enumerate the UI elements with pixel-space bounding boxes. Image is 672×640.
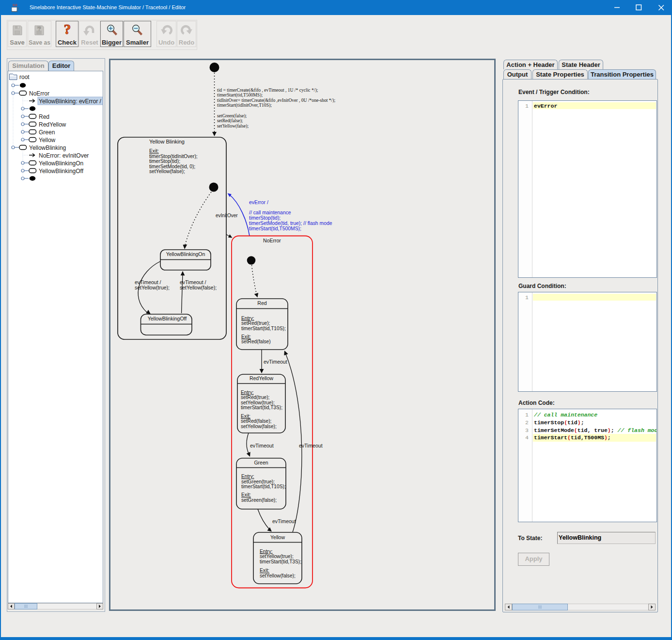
svg-text:setGreen(true);: setGreen(true); [241,479,275,484]
svg-text:evTimeout: evTimeout [272,518,296,524]
svg-text:Exit:: Exit: [241,334,251,339]
svg-text:RedYellow: RedYellow [39,121,66,128]
svg-text:evInitOver: evInitOver [216,213,238,218]
svg-text:setYellow(false);: setYellow(false); [149,169,185,174]
svg-text:evError /: evError / [249,200,268,205]
svg-text:setGreen(false);: setGreen(false); [241,497,277,503]
svg-text:setYellow(false);: setYellow(false); [260,573,296,578]
svg-text:Yellow: Yellow [270,534,285,540]
svg-text:timerSetMode(tid, 0);: timerSetMode(tid, 0); [149,164,195,169]
svg-text:setYellow(true);: setYellow(true); [241,400,275,405]
svg-text:?: ? [37,26,41,32]
svg-text:NoError: NoError [29,90,49,97]
svg-text:Entry:: Entry: [241,316,254,321]
svg-text:setRed(true);: setRed(true); [241,395,269,400]
svg-text:Green: Green [39,129,55,136]
svg-text:setYellow(true);: setYellow(true); [260,554,294,559]
svg-text:evTimeout: evTimeout [299,443,323,448]
svg-text:timerStop(tidInitOver);: timerStop(tidInitOver); [149,154,198,159]
svg-text:setYellow(false);: setYellow(false); [241,424,277,429]
svg-text:?: ? [64,22,71,37]
svg-text:Red: Red [257,300,266,306]
svg-text:setRed(true);: setRed(true); [241,320,270,326]
svg-text:timerStop(tid);: timerStop(tid); [249,215,281,221]
svg-text:RedYellow: RedYellow [250,375,274,381]
svg-text:root: root [19,74,30,80]
svg-text:timerStart(tid,T10S);: timerStart(tid,T10S); [241,484,286,489]
svg-text:timerStart(tid,T10S);: timerStart(tid,T10S); [241,326,286,331]
svg-text:setYellow(false);: setYellow(false); [180,285,217,290]
svg-text:NoError: NoError [263,238,281,243]
svg-text:setYellow(false);: setYellow(false); [217,123,249,129]
svg-text:timerStart(tid,T500MS);: timerStart(tid,T500MS); [249,226,301,231]
svg-text:YellowBlinking: YellowBlinking [29,144,66,151]
svg-text:// call maintenance: // call maintenance [249,210,291,215]
svg-text:setRed(false): setRed(false) [241,339,271,344]
svg-text:YellowBlinkingOn: YellowBlinkingOn [39,160,83,167]
svg-text:NoError: evInitOver: NoError: evInitOver [39,152,89,159]
svg-text:timerStart(tid,T3S);: timerStart(tid,T3S); [241,405,282,410]
svg-text:YellowBlinkingOff: YellowBlinkingOff [148,316,187,321]
svg-text:Entry:: Entry: [260,549,273,554]
svg-text:YellowBlinkingOn: YellowBlinkingOn [166,251,205,257]
svg-text:evTimeout: evTimeout [250,443,274,448]
svg-text:YellowBlinkingOff: YellowBlinkingOff [39,168,84,175]
svg-text:Yellow: Yellow [39,137,56,144]
svg-text:Exit:: Exit: [260,568,269,573]
svg-text:Exit:: Exit: [241,414,250,419]
svg-text:Entry:: Entry: [241,474,254,479]
svg-text:Entry:: Entry: [241,390,254,395]
svg-text:setYellow(true);: setYellow(true); [135,285,170,290]
svg-text:Exit:: Exit: [149,148,159,154]
svg-text:Yellow Blinking: Yellow Blinking [149,139,185,144]
svg-text:timerStart(tid,T3S);: timerStart(tid,T3S); [260,559,301,564]
svg-text:timerSetMode(tid, true); // fl: timerSetMode(tid, true); // flash mode [249,221,332,226]
svg-text:Green: Green [254,460,268,465]
svg-text:Red: Red [39,113,49,120]
svg-text:YellowBlinking: evError /: YellowBlinking: evError / [39,98,102,105]
svg-text:timerStart(tidInitOver,T10S);: timerStart(tidInitOver,T10S); [217,102,272,108]
svg-text:evTimeout: evTimeout [264,359,287,365]
svg-text:timerStop(tid);: timerStop(tid); [149,159,180,164]
svg-text:setRed(false);: setRed(false); [241,418,271,424]
svg-text:Exit:: Exit: [241,492,251,497]
